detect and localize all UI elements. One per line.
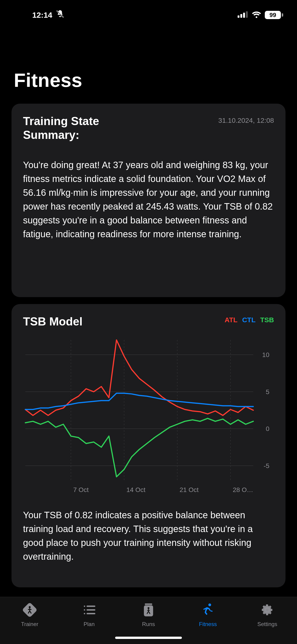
running-person-icon — [200, 602, 215, 618]
legend-atl: ATL — [225, 316, 238, 324]
tab-label: Settings — [258, 621, 278, 628]
tab-runs[interactable]: Runs — [119, 602, 178, 628]
tab-label: Trainer — [21, 621, 38, 628]
battery-icon: 99 — [265, 11, 283, 19]
wifi-icon — [252, 11, 262, 19]
svg-point-26 — [84, 613, 85, 614]
list-icon — [82, 602, 96, 618]
training-state-body: You're doing great! At 37 years old and … — [23, 158, 274, 241]
bell-slash-icon — [56, 10, 65, 20]
svg-text:-5: -5 — [264, 462, 269, 470]
svg-rect-5 — [246, 11, 248, 18]
svg-text:14 Oct: 14 Oct — [126, 486, 146, 493]
tab-trainer[interactable]: Trainer — [0, 602, 60, 628]
status-time: 12:14 — [32, 10, 52, 20]
tab-plan[interactable]: Plan — [60, 602, 119, 628]
tsb-body-text: Your TSB of 0.82 indicates a positive ba… — [23, 508, 274, 564]
tab-label: Runs — [142, 621, 155, 628]
chart-legend: ATL CTL TSB — [225, 316, 274, 324]
card-header: Training State Summary: 31.10.2024, 12:0… — [23, 114, 274, 142]
svg-rect-4 — [243, 13, 245, 18]
svg-point-33 — [208, 604, 211, 606]
svg-rect-30 — [145, 604, 152, 605]
runs-icon — [141, 602, 156, 618]
training-state-timestamp: 31.10.2024, 12:08 — [218, 116, 274, 124]
tab-fitness[interactable]: Fitness — [178, 602, 238, 628]
tsb-model-card: TSB Model ATL CTL TSB -505107 Oct14 Oct2… — [12, 304, 286, 587]
cellular-signal-icon — [238, 11, 248, 19]
battery-level: 99 — [265, 11, 281, 19]
legend-ctl: CTL — [242, 316, 256, 324]
svg-text:0: 0 — [266, 425, 269, 432]
legend-tsb: TSB — [260, 316, 274, 324]
svg-text:10: 10 — [262, 351, 269, 358]
tsb-model-title: TSB Model — [23, 315, 82, 328]
svg-text:5: 5 — [266, 388, 269, 396]
page-title: Fitness — [14, 69, 82, 92]
status-left: 12:14 — [32, 10, 65, 20]
svg-text:28 O…: 28 O… — [233, 486, 253, 493]
training-state-title: Training State Summary: — [23, 114, 143, 142]
status-right: 99 — [238, 11, 283, 19]
gear-icon — [260, 602, 275, 618]
training-state-card: Training State Summary: 31.10.2024, 12:0… — [12, 104, 286, 297]
svg-text:7 Oct: 7 Oct — [73, 486, 89, 493]
svg-rect-3 — [240, 14, 242, 18]
status-bar: 12:14 99 — [0, 0, 297, 30]
svg-point-24 — [84, 606, 85, 607]
svg-point-25 — [84, 609, 85, 610]
svg-rect-2 — [238, 16, 240, 18]
svg-text:21 Oct: 21 Oct — [180, 486, 199, 493]
trainer-icon — [22, 602, 37, 618]
home-indicator[interactable] — [115, 637, 182, 639]
tab-label: Fitness — [199, 621, 217, 628]
tsb-chart: -505107 Oct14 Oct21 Oct28 O… — [23, 338, 274, 496]
card-header: TSB Model ATL CTL TSB — [23, 315, 274, 328]
tab-label: Plan — [84, 621, 95, 628]
tab-settings[interactable]: Settings — [238, 602, 297, 628]
